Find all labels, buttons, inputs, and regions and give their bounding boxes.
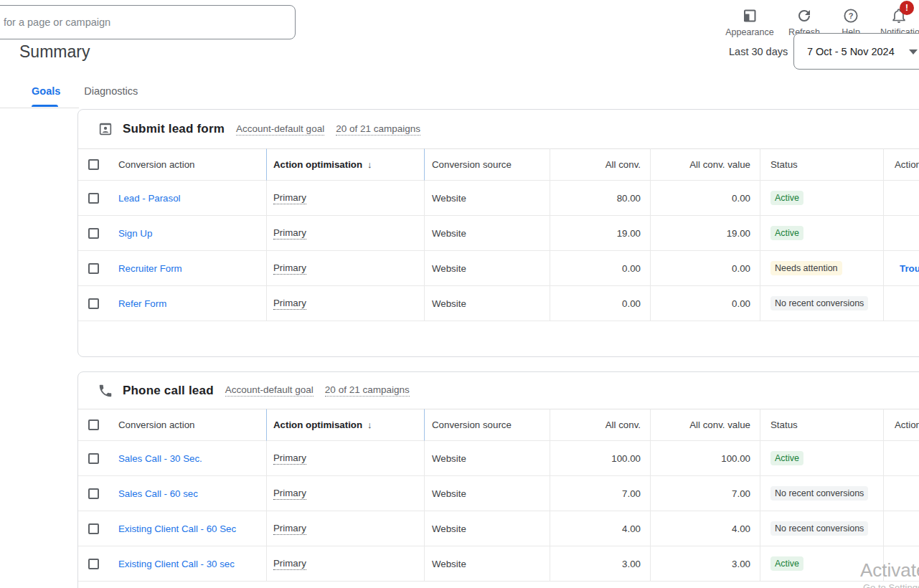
- conversion-action-link[interactable]: Sales Call - 60 sec: [118, 488, 198, 499]
- optimisation-link[interactable]: Primary: [273, 488, 306, 500]
- tab-diagnostics[interactable]: Diagnostics: [84, 85, 138, 97]
- tabbar-divider: [0, 108, 79, 108]
- svg-text:?: ?: [849, 11, 854, 20]
- row-checkbox[interactable]: [88, 453, 99, 464]
- source-cell: Website: [424, 181, 550, 216]
- select-all-checkbox[interactable]: [88, 159, 99, 170]
- col-status[interactable]: Status: [760, 148, 883, 181]
- conversion-action-link[interactable]: Lead - Parasol: [118, 193, 180, 204]
- col-conversion-action[interactable]: Conversion action: [108, 148, 266, 181]
- status-cell: No recent conversions: [760, 511, 883, 546]
- source-cell: Website: [424, 546, 550, 582]
- search-input[interactable]: [0, 5, 296, 39]
- conversion-actions-table: Conversion action Action optimisation↓ C…: [78, 409, 919, 582]
- status-cell: Active: [760, 441, 883, 476]
- header-checkbox-cell: [78, 409, 108, 441]
- goal-card-header: Submit lead form Account-default goal 20…: [78, 110, 919, 148]
- all-conv-value-cell: 19.00: [650, 216, 760, 251]
- all-conv-cell: 80.00: [550, 181, 650, 216]
- col-status[interactable]: Status: [760, 409, 883, 441]
- phone-icon: [98, 383, 113, 399]
- row-checkbox[interactable]: [88, 193, 99, 204]
- conversion-action-cell: Existing Client Call - 30 sec: [108, 546, 266, 582]
- row-checkbox[interactable]: [88, 559, 99, 569]
- col-conversion-action[interactable]: Conversion action: [108, 409, 266, 441]
- row-checkbox-cell: [78, 441, 108, 476]
- col-all-conv-value[interactable]: All conv. value: [650, 148, 760, 181]
- conversion-action-cell: Refer Form: [108, 286, 266, 321]
- row-checkbox[interactable]: [88, 263, 99, 274]
- optimisation-link[interactable]: Primary: [273, 452, 306, 465]
- actions-cell: [883, 181, 919, 216]
- goal-card-submit-lead-form: Submit lead form Account-default goal 20…: [77, 109, 919, 357]
- activate-windows-watermark: Activate Windows: [860, 559, 919, 582]
- optimisation-link[interactable]: Primary: [273, 262, 306, 275]
- col-action-optimisation[interactable]: Action optimisation↓: [266, 148, 424, 181]
- all-conv-value-cell: 4.00: [650, 511, 760, 546]
- select-all-checkbox[interactable]: [88, 419, 99, 430]
- account-default-goal-link[interactable]: Account-default goal: [225, 384, 314, 397]
- all-conv-value-cell: 100.00: [650, 441, 760, 476]
- conversion-action-link[interactable]: Sign Up: [118, 228, 152, 239]
- conversion-action-link[interactable]: Sales Call - 30 Sec.: [118, 453, 202, 464]
- status-badge: Needs attention: [770, 261, 842, 275]
- row-checkbox-cell: [78, 546, 108, 582]
- row-checkbox-cell: [78, 476, 108, 511]
- notification-count-badge: !: [900, 1, 914, 15]
- actions-cell: [883, 441, 919, 476]
- tab-goals[interactable]: Goals: [32, 85, 60, 97]
- optimisation-cell: Primary: [266, 441, 424, 476]
- row-checkbox[interactable]: [88, 488, 99, 499]
- date-range-picker[interactable]: 7 Oct - 5 Nov 2024: [793, 33, 919, 70]
- conversion-action-cell: Sales Call - 30 Sec.: [108, 441, 266, 476]
- appearance-button[interactable]: Appearance: [721, 6, 778, 37]
- all-conv-cell: 19.00: [550, 216, 650, 251]
- activate-windows-watermark-line2: Go to Settings to activate Windows.: [863, 582, 919, 588]
- col-actions[interactable]: Actions: [883, 148, 919, 181]
- optimisation-cell: Primary: [266, 286, 424, 321]
- status-cell: Needs attention: [760, 251, 883, 286]
- col-all-conv[interactable]: All conv.: [550, 409, 650, 441]
- row-checkbox[interactable]: [88, 228, 99, 239]
- col-action-optimisation[interactable]: Action optimisation↓: [266, 409, 424, 441]
- row-checkbox[interactable]: [88, 523, 99, 534]
- goal-card-header: Phone call lead Account-default goal 20 …: [78, 372, 919, 409]
- conversion-action-link[interactable]: Refer Form: [118, 298, 166, 309]
- col-all-conv-value[interactable]: All conv. value: [650, 409, 760, 441]
- conversion-action-link[interactable]: Recruiter Form: [118, 263, 182, 274]
- actions-cell: [883, 476, 919, 511]
- col-conversion-source[interactable]: Conversion source: [424, 148, 550, 181]
- all-conv-value-cell: 0.00: [650, 286, 760, 321]
- conversion-actions-table: Conversion action Action optimisation↓ C…: [78, 148, 919, 321]
- refresh-icon: [796, 6, 813, 24]
- optimisation-cell: Primary: [266, 546, 424, 582]
- status-badge: No recent conversions: [770, 486, 868, 501]
- conversion-action-cell: Sign Up: [108, 216, 266, 251]
- goal-card-phone-call-lead: Phone call lead Account-default goal 20 …: [77, 371, 919, 588]
- optimisation-link[interactable]: Primary: [273, 523, 306, 535]
- optimisation-link[interactable]: Primary: [273, 227, 306, 240]
- optimisation-link[interactable]: Primary: [273, 298, 306, 310]
- row-checkbox[interactable]: [88, 298, 99, 309]
- date-range-value: 7 Oct - 5 Nov 2024: [807, 46, 895, 57]
- date-preset-label: Last 30 days: [729, 46, 788, 57]
- status-badge: Active: [770, 191, 803, 205]
- conversion-action-link[interactable]: Existing Client Call - 30 sec: [118, 559, 235, 569]
- status-badge: Active: [770, 226, 803, 240]
- conversion-action-link[interactable]: Existing Client Call - 60 Sec: [118, 523, 236, 534]
- optimisation-link[interactable]: Primary: [273, 192, 306, 204]
- campaigns-count-link[interactable]: 20 of 21 campaigns: [336, 123, 420, 136]
- col-conversion-source[interactable]: Conversion source: [424, 409, 550, 441]
- lead-form-icon: [98, 121, 113, 137]
- troubleshoot-link[interactable]: Troubleshoot: [900, 263, 919, 274]
- col-actions[interactable]: Actions: [883, 409, 919, 441]
- optimisation-link[interactable]: Primary: [273, 558, 306, 570]
- goal-title: Submit lead form: [123, 122, 225, 136]
- optimisation-cell: Primary: [266, 476, 424, 511]
- account-default-goal-link[interactable]: Account-default goal: [236, 123, 324, 136]
- conversion-action-cell: Recruiter Form: [108, 251, 266, 286]
- campaigns-count-link[interactable]: 20 of 21 campaigns: [325, 384, 410, 397]
- col-all-conv[interactable]: All conv.: [550, 148, 650, 181]
- status-badge: No recent conversions: [770, 296, 868, 310]
- status-cell: Active: [760, 181, 883, 216]
